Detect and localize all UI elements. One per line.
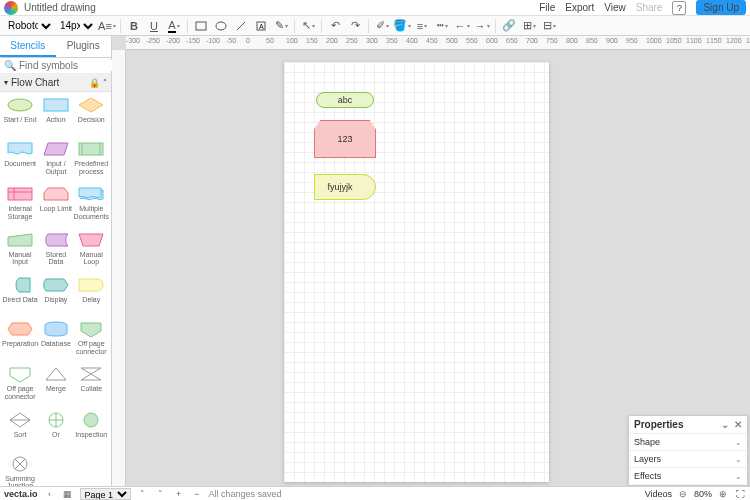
- svg-marker-15: [44, 188, 68, 200]
- svg-rect-12: [8, 188, 32, 200]
- fontsize-select[interactable]: 14px: [56, 18, 96, 34]
- line-tool[interactable]: [232, 17, 250, 35]
- distribute-button[interactable]: ⊟: [540, 17, 558, 35]
- videos-link[interactable]: Videos: [645, 489, 672, 499]
- close-icon[interactable]: ✕: [734, 419, 742, 430]
- add-page-button[interactable]: +: [173, 488, 185, 500]
- text-tool[interactable]: A: [252, 17, 270, 35]
- stencil-direct-data[interactable]: Direct Data: [2, 274, 38, 318]
- svg-point-1: [216, 22, 226, 30]
- menu-export[interactable]: Export: [565, 2, 594, 13]
- collapse-icon[interactable]: ⌄: [721, 419, 729, 430]
- node-terminator[interactable]: abc: [316, 92, 374, 108]
- stencil-preparation[interactable]: Preparation: [2, 318, 38, 363]
- rect-tool[interactable]: [192, 17, 210, 35]
- stencil-off-page-connector[interactable]: Off page connector: [74, 318, 109, 363]
- underline-button[interactable]: U: [145, 17, 163, 35]
- menu-view[interactable]: View: [604, 2, 626, 13]
- svg-marker-23: [46, 368, 66, 380]
- zoom-out-button[interactable]: ⊖: [677, 488, 689, 500]
- stencil-or[interactable]: Or: [38, 409, 73, 453]
- category-label: Flow Chart: [11, 77, 59, 88]
- ellipse-tool[interactable]: [212, 17, 230, 35]
- zoom-level[interactable]: 80%: [694, 489, 712, 499]
- stencil-manual-input[interactable]: Manual Input: [2, 229, 38, 274]
- svg-marker-16: [8, 234, 32, 246]
- stencil-sort[interactable]: Sort: [2, 409, 38, 453]
- stencil-delay[interactable]: Delay: [74, 274, 109, 318]
- stencil-database[interactable]: Database: [38, 318, 73, 363]
- arrowend-button[interactable]: →: [473, 17, 491, 35]
- node-looplimit[interactable]: 123: [314, 120, 376, 158]
- svg-rect-6: [44, 99, 68, 111]
- align-button[interactable]: ⊞: [520, 17, 538, 35]
- node-delay[interactable]: fyujyjk: [314, 174, 376, 200]
- stencil-decision[interactable]: Decision: [74, 94, 109, 138]
- svg-marker-22: [10, 368, 30, 382]
- linestyle-button[interactable]: ┅: [433, 17, 451, 35]
- pen-tool[interactable]: ✎: [272, 17, 290, 35]
- stencil-off-page-connector[interactable]: Off page connector: [2, 363, 38, 408]
- menu-share: Share: [636, 2, 663, 13]
- stencil-collate[interactable]: Collate: [74, 363, 109, 408]
- stencil-display[interactable]: Display: [38, 274, 73, 318]
- chevron-up-icon[interactable]: ˄: [103, 78, 107, 87]
- zoom-in-button[interactable]: ⊕: [717, 488, 729, 500]
- stencil-start-end[interactable]: Start / End: [2, 94, 38, 138]
- pointer-tool[interactable]: ↖: [299, 17, 317, 35]
- textcase-button[interactable]: A≡: [98, 17, 116, 35]
- brand-label[interactable]: vecta.io: [4, 489, 38, 499]
- svg-rect-0: [196, 22, 206, 30]
- search-icon: 🔍: [4, 60, 16, 71]
- page-select[interactable]: Page 1: [80, 488, 131, 500]
- svg-marker-8: [44, 143, 68, 155]
- svg-marker-17: [79, 234, 103, 246]
- eyedrop-tool[interactable]: ✐: [373, 17, 391, 35]
- pages-icon[interactable]: ▦: [62, 488, 74, 500]
- stencil-document[interactable]: Document: [2, 138, 38, 183]
- signup-button[interactable]: Sign Up: [696, 0, 746, 15]
- stencil-internal-storage[interactable]: Internal Storage: [2, 183, 38, 228]
- stencil-stored-data[interactable]: Stored Data: [38, 229, 73, 274]
- menu-file[interactable]: File: [539, 2, 555, 13]
- props-effects[interactable]: Effects⌄: [629, 468, 747, 485]
- remove-page-button[interactable]: −: [191, 488, 203, 500]
- props-layers[interactable]: Layers⌄: [629, 451, 747, 468]
- canvas[interactable]: -300-250-200-150-100-5005010015020025030…: [112, 36, 750, 500]
- font-select[interactable]: Roboto: [4, 18, 54, 34]
- app-logo: [4, 1, 18, 15]
- stencil-inspection[interactable]: Inspection: [74, 409, 109, 453]
- stencil-predefined-process[interactable]: Predefined process: [74, 138, 109, 183]
- textcolor-button[interactable]: A: [165, 17, 183, 35]
- tab-plugins[interactable]: Plugins: [56, 36, 112, 57]
- undo-button[interactable]: ↶: [326, 17, 344, 35]
- drawing-page[interactable]: abc 123 fyujyjk: [284, 62, 549, 482]
- link-button[interactable]: 🔗: [500, 17, 518, 35]
- props-shape[interactable]: Shape⌄: [629, 434, 747, 451]
- help-icon[interactable]: ?: [672, 1, 686, 15]
- svg-line-2: [237, 22, 245, 30]
- arrowstart-button[interactable]: ←: [453, 17, 471, 35]
- svg-marker-21: [81, 323, 101, 337]
- bold-button[interactable]: B: [125, 17, 143, 35]
- fill-tool[interactable]: 🪣: [393, 17, 411, 35]
- category-header[interactable]: ▾ Flow Chart 🔒 ˄: [0, 74, 111, 92]
- lineweight-button[interactable]: ≡: [413, 17, 431, 35]
- doc-title[interactable]: Untitled drawing: [24, 2, 539, 13]
- stencil-action[interactable]: Action: [38, 94, 73, 138]
- stencil-multiple-documents[interactable]: Multiple Documents: [74, 183, 109, 228]
- stencil-manual-loop[interactable]: Manual Loop: [74, 229, 109, 274]
- lock-icon[interactable]: 🔒: [89, 78, 100, 88]
- redo-button[interactable]: ↷: [346, 17, 364, 35]
- chevron-down-icon: ▾: [4, 78, 8, 87]
- page-down-button[interactable]: ˅: [155, 488, 167, 500]
- fullscreen-button[interactable]: ⛶: [734, 488, 746, 500]
- stencil-input-output[interactable]: Input / Output: [38, 138, 73, 183]
- properties-panel[interactable]: Properties ⌄✕ Shape⌄ Layers⌄ Effects⌄: [628, 415, 748, 486]
- svg-marker-7: [79, 98, 103, 112]
- stencil-loop-limit[interactable]: Loop Limit: [38, 183, 73, 228]
- tab-stencils[interactable]: Stencils: [0, 36, 56, 57]
- prev-page-button[interactable]: ‹: [44, 488, 56, 500]
- stencil-merge[interactable]: Merge: [38, 363, 73, 408]
- page-up-button[interactable]: ˄: [137, 488, 149, 500]
